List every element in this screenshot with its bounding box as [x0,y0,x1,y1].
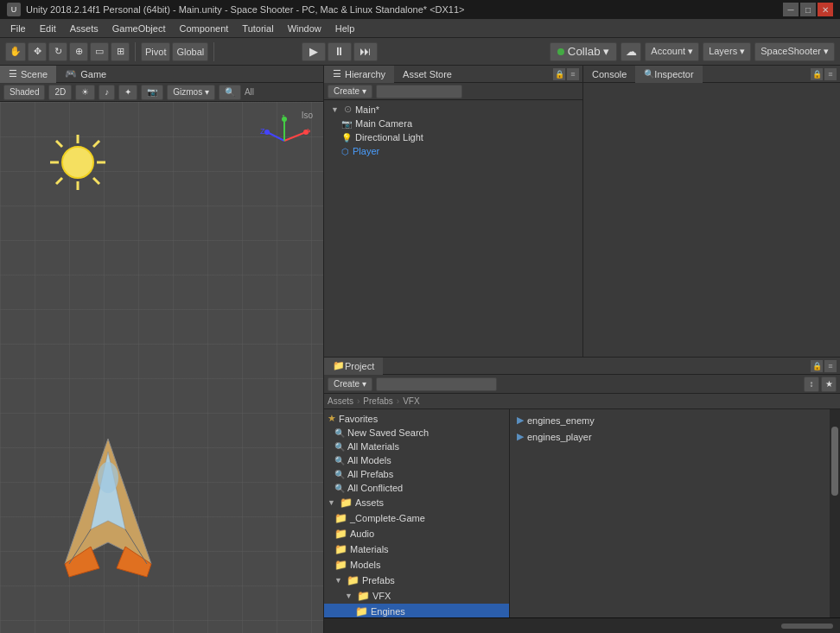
proj-all-prefabs[interactable]: 🔍 All Prefabs [324,467,509,481]
hierarchy-content: ▼ ⊙ Main* 📷 Main Camera 💡 Directional Li… [324,100,582,357]
proj-engines[interactable]: 📁 Engines [324,604,509,617]
proj-new-saved-search[interactable]: 🔍 New Saved Search [324,426,509,440]
project-assets-list: ▶ engines_enemy ▶ engines_player [510,409,830,617]
complete-game-folder-icon: 📁 [334,512,347,524]
tab-project[interactable]: 📁 Project [324,358,383,375]
zoom-slider[interactable] [781,624,833,629]
tab-hierarchy[interactable]: ☰ Hierarchy [324,66,394,83]
move-tool-button[interactable]: ✥ [28,42,47,61]
minimize-button[interactable]: ─ [783,3,799,16]
rect-tool-button[interactable]: ▭ [90,42,109,61]
pause-button[interactable]: ⏸ [328,42,352,61]
collab-button[interactable]: Collab ▾ [550,42,618,61]
player-icon: ⬡ [341,147,349,156]
tab-game[interactable]: 🎮 Game [56,66,115,83]
tab-inspector[interactable]: 🔍 Inspector [635,66,702,83]
proj-complete-game[interactable]: 📁 _Complete-Game [324,510,509,526]
breadcrumb-prefabs[interactable]: Prefabs [363,396,392,406]
menu-window[interactable]: Window [281,22,328,35]
asset-engines-player[interactable]: ▶ engines_player [513,429,826,444]
scale-tool-button[interactable]: ⊕ [69,42,88,61]
shaded-button[interactable]: Shaded [3,85,45,100]
hier-main-scene[interactable]: ▼ ⊙ Main* [324,102,582,117]
hand-tool-button[interactable]: ✋ [5,42,26,61]
global-button[interactable]: Global [172,42,208,61]
hierarchy-search-input[interactable] [376,85,462,98]
assets-expand-icon: ▼ [328,498,335,507]
project-star-button[interactable]: ★ [821,377,837,392]
hier-player[interactable]: ⬡ Player [334,144,582,158]
project-menu-button[interactable]: ≡ [824,360,837,372]
sun-object[interactable] [43,128,112,197]
hier-directional-light[interactable]: 💡 Directional Light [334,130,582,144]
tab-asset-store[interactable]: Asset Store [394,66,461,83]
tab-scene[interactable]: ☰ Scene [0,66,56,83]
menu-tutorial[interactable]: Tutorial [235,22,280,35]
hierarchy-menu-button[interactable]: ≡ [567,68,579,80]
project-create-button[interactable]: Create ▾ [328,377,372,391]
project-tab-icon: 📁 [333,360,345,371]
hierarchy-lock-button[interactable]: 🔒 [553,68,565,80]
hierarchy-create-button[interactable]: Create ▾ [328,85,372,98]
menu-gameobject[interactable]: GameObject [105,22,173,35]
models-folder-icon: 📁 [334,559,347,571]
scene-search-button[interactable]: 🔍 [219,85,241,100]
inspector-menu-button[interactable]: ≡ [824,68,837,80]
project-lock-button[interactable]: 🔒 [811,360,823,372]
multi-tool-button[interactable]: ⊞ [111,42,130,61]
scene-canvas[interactable]: X Z Y Iso [0,102,323,633]
game-tab-icon: 🎮 [65,68,77,79]
proj-assets-header[interactable]: ▼ 📁 Assets [324,495,509,510]
scene-audio-button[interactable]: ♪ [99,85,115,100]
materials-folder-icon: 📁 [334,543,347,555]
window-controls[interactable]: ─ □ ✕ [783,3,833,16]
cloud-button[interactable]: ☁ [620,42,641,61]
layers-button[interactable]: Layers ▾ [703,42,751,61]
scene-lighting-button[interactable]: ☀ [75,85,95,100]
proj-all-conflicted[interactable]: 🔍 All Conflicted [324,481,509,495]
proj-all-models[interactable]: 🔍 All Models [324,453,509,467]
asset-engines-enemy[interactable]: ▶ engines_enemy [513,413,826,427]
breadcrumb-assets[interactable]: Assets [328,396,353,406]
project-scrollbar[interactable] [830,409,840,617]
2d-button[interactable]: 2D [48,85,72,100]
menu-component[interactable]: Component [172,22,235,35]
scene-effects-button[interactable]: ✦ [118,85,137,100]
close-button[interactable]: ✕ [818,3,833,16]
svg-line-16 [284,132,306,141]
inspector-panel-controls: 🔒 ≡ [811,68,837,80]
player-spaceship[interactable] [52,434,164,581]
proj-prefabs[interactable]: ▼ 📁 Prefabs [324,573,509,588]
step-button[interactable]: ⏭ [353,42,378,61]
menu-assets[interactable]: Assets [63,22,105,35]
project-search-input[interactable] [376,377,497,391]
rotate-tool-button[interactable]: ↻ [48,42,67,61]
breadcrumb-vfx[interactable]: VFX [403,396,419,406]
proj-models[interactable]: 📁 Models [324,557,509,573]
scene-camera-button[interactable]: 📷 [141,85,163,100]
light-icon: 💡 [341,133,352,142]
play-button[interactable]: ▶ [302,42,326,61]
scroll-thumb [831,427,838,496]
inspector-lock-button[interactable]: 🔒 [811,68,823,80]
hier-main-camera[interactable]: 📷 Main Camera [334,117,582,130]
tab-console[interactable]: Console [583,66,635,83]
proj-favorites-header[interactable]: ★ Favorites [324,411,509,426]
project-sort-button[interactable]: ↕ [804,377,819,392]
svg-line-18 [267,132,284,141]
proj-materials[interactable]: 📁 Materials [324,541,509,557]
menu-help[interactable]: Help [328,22,362,35]
proj-all-materials[interactable]: 🔍 All Materials [324,440,509,453]
project-assets-grid: ▶ engines_enemy ▶ engines_player [513,413,826,444]
proj-vfx[interactable]: ▼ 📁 VFX [324,588,509,604]
iso-label: Iso [302,111,313,120]
window-title: Unity 2018.2.14f1 Personal (64bit) - Mai… [26,4,783,15]
gizmos-button[interactable]: Gizmos ▾ [167,85,215,100]
spaceshooter-button[interactable]: SpaceShooter ▾ [754,42,835,61]
maximize-button[interactable]: □ [800,3,816,16]
menu-edit[interactable]: Edit [33,22,63,35]
menu-file[interactable]: File [3,22,33,35]
proj-audio[interactable]: 📁 Audio [324,526,509,541]
pivot-button[interactable]: Pivot [141,42,170,61]
account-button[interactable]: Account ▾ [645,42,699,61]
